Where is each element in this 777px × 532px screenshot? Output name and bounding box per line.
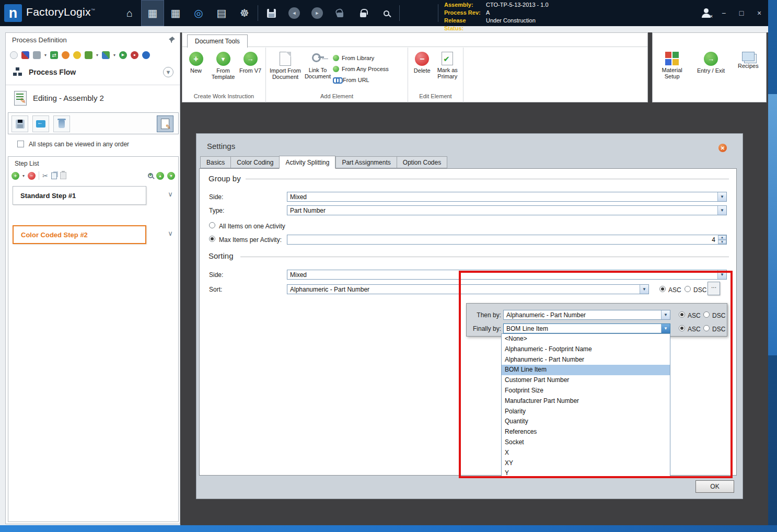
convert-dropdown-icon[interactable]: ▾ — [113, 53, 115, 57]
news-button[interactable]: ▤ — [210, 0, 233, 26]
then-by-dsc-radio[interactable] — [703, 311, 710, 318]
new-button[interactable]: + New — [184, 51, 207, 74]
step-item-color-coded[interactable]: Color Coded Step #2 — [13, 225, 146, 244]
users-dropdown-icon[interactable]: ▾ — [96, 53, 98, 57]
dropdown-option[interactable]: Polarity — [502, 407, 670, 417]
dropdown-arrow-icon[interactable]: ▼ — [717, 270, 726, 279]
step-item-standard[interactable]: Standard Step #1 — [13, 186, 146, 205]
then-by-dropdown[interactable]: Alphanumeric - Part Number ▼ — [503, 310, 670, 320]
copy-icon[interactable] — [51, 172, 57, 179]
dropdown-option[interactable]: References — [502, 427, 670, 437]
ok-button[interactable]: OK — [695, 480, 734, 493]
paste-icon[interactable] — [60, 172, 66, 179]
dropdown-arrow-icon[interactable]: ▼ — [717, 206, 726, 215]
tab-option-codes[interactable]: Option Codes — [397, 156, 447, 168]
import-button[interactable] — [32, 115, 49, 132]
dropdown-option[interactable]: Socket — [502, 437, 670, 448]
then-by-asc-radio[interactable] — [679, 311, 685, 318]
dropdown-option[interactable]: Alphanumeric - Part Number — [502, 355, 670, 365]
max-items-input[interactable] — [287, 235, 717, 244]
max-items-spinner[interactable]: ▲▼ — [718, 235, 726, 244]
sort-dsc-radio[interactable] — [685, 286, 691, 292]
from-template-button[interactable]: ▼ From Template — [207, 51, 239, 80]
users-icon[interactable] — [85, 51, 92, 59]
more-sort-options-button[interactable]: ... — [708, 282, 720, 295]
pin-icon[interactable] — [168, 36, 176, 43]
sync-icon[interactable]: ⇄ — [50, 51, 58, 59]
tab-color-coding[interactable]: Color Coding — [230, 156, 279, 168]
tab-part-assignments[interactable]: Part Assignments — [335, 156, 396, 168]
target-button[interactable]: ◎ — [187, 0, 210, 26]
step-expand-chevron-icon[interactable]: ∨ — [165, 190, 176, 201]
dropdown-option[interactable]: Alphanumeric - Footprint Name — [502, 344, 670, 355]
entry-exit-button[interactable]: → Entry / Exit — [694, 51, 727, 74]
dropdown-option[interactable]: Manufacturer Part Number — [502, 396, 670, 407]
zoom-icon[interactable] — [148, 173, 153, 178]
tab-activity-splitting[interactable]: Activity Splitting — [279, 156, 335, 169]
add-step-button[interactable]: + — [11, 172, 19, 180]
edit-document-button[interactable] — [157, 115, 173, 132]
lock-button[interactable] — [352, 0, 375, 26]
import-from-document-button[interactable]: Import From Document — [268, 51, 303, 80]
finally-by-dsc-radio[interactable] — [703, 325, 710, 331]
from-v7-button[interactable]: → From V7 — [239, 51, 262, 74]
dropdown-option[interactable]: X — [502, 448, 670, 458]
recipes-button[interactable]: Recipes — [734, 51, 763, 69]
settings-gear-button[interactable]: ☸ — [233, 0, 256, 26]
audit-search-button[interactable] — [375, 0, 398, 26]
minimize-button[interactable]: − — [719, 9, 728, 17]
dropdown-option[interactable]: Customer Part Number — [502, 375, 670, 386]
save-button[interactable] — [260, 0, 283, 26]
tab-basics[interactable]: Basics — [200, 156, 230, 168]
move-down-button[interactable]: ▼ — [167, 172, 175, 180]
back-button[interactable]: ◄ — [283, 0, 306, 26]
from-url-button[interactable]: From URL — [333, 75, 389, 85]
all-items-radio[interactable] — [209, 222, 215, 228]
play-icon[interactable]: ▶ — [119, 51, 127, 59]
stop-icon[interactable]: ■ — [131, 51, 138, 59]
dropdown-arrow-icon[interactable]: ▼ — [661, 310, 670, 319]
process-flow-row[interactable]: Process Flow ▼ — [6, 63, 180, 82]
dropdown-arrow-icon[interactable]: ▼ — [640, 285, 648, 294]
finally-by-dropdown[interactable]: BOM Line Item ▼ — [503, 323, 670, 333]
nav-disabled-icon[interactable] — [10, 51, 18, 59]
dropdown-option[interactable]: <None> — [502, 334, 670, 344]
process-flow-expand-button[interactable]: ▼ — [163, 67, 173, 77]
sort-dropdown[interactable]: Alphanumeric - Part Number ▼ — [287, 284, 649, 294]
close-button[interactable]: × — [755, 9, 764, 17]
user-yellow-icon[interactable] — [73, 51, 81, 59]
material-setup-button[interactable]: Material Setup — [656, 51, 688, 79]
tab-document-tools[interactable]: Document Tools — [187, 34, 248, 48]
print-dropdown-icon[interactable]: ▾ — [44, 53, 47, 57]
unlock-button[interactable] — [329, 0, 352, 26]
delete-element-button[interactable]: − Delete — [410, 51, 434, 74]
group-type-dropdown[interactable]: Part Number ▼ — [287, 205, 727, 215]
save-step-button[interactable] — [11, 115, 28, 132]
process-editor-button[interactable]: ▦ — [141, 0, 164, 26]
dropdown-option-selected[interactable]: BOM Line Item — [502, 365, 670, 375]
paint-icon[interactable] — [21, 51, 29, 59]
sort-asc-radio[interactable] — [659, 286, 666, 292]
add-step-dropdown-icon[interactable]: ▾ — [22, 174, 25, 178]
order-checkbox[interactable] — [17, 141, 24, 147]
sorting-side-dropdown[interactable]: Mixed ▼ — [287, 270, 727, 280]
status-icon[interactable] — [142, 51, 150, 59]
dropdown-arrow-icon[interactable]: ▼ — [661, 324, 670, 333]
dropdown-option[interactable]: XY — [502, 458, 670, 469]
dropdown-option[interactable]: Footprint Size — [502, 386, 670, 396]
print-icon[interactable] — [33, 51, 41, 59]
user-orange-icon[interactable] — [62, 51, 69, 59]
home-button[interactable]: ⌂ — [118, 0, 141, 26]
step-expand-chevron-icon[interactable]: ∨ — [165, 229, 176, 240]
dialog-close-button[interactable]: ✕ — [718, 144, 727, 152]
convert-icon[interactable] — [102, 51, 110, 59]
finally-by-asc-radio[interactable] — [679, 325, 685, 331]
dropdown-arrow-icon[interactable]: ▼ — [717, 192, 726, 201]
from-library-button[interactable]: From Library — [333, 53, 389, 63]
delete-document-button[interactable] — [53, 115, 70, 132]
from-any-process-button[interactable]: From Any Process — [333, 64, 389, 74]
maximize-button[interactable]: □ — [737, 9, 746, 17]
link-to-document-button[interactable]: Link To Document — [303, 51, 333, 79]
cut-icon[interactable]: ✂ — [42, 172, 48, 180]
mark-as-primary-button[interactable]: Mark as Primary — [434, 51, 461, 79]
